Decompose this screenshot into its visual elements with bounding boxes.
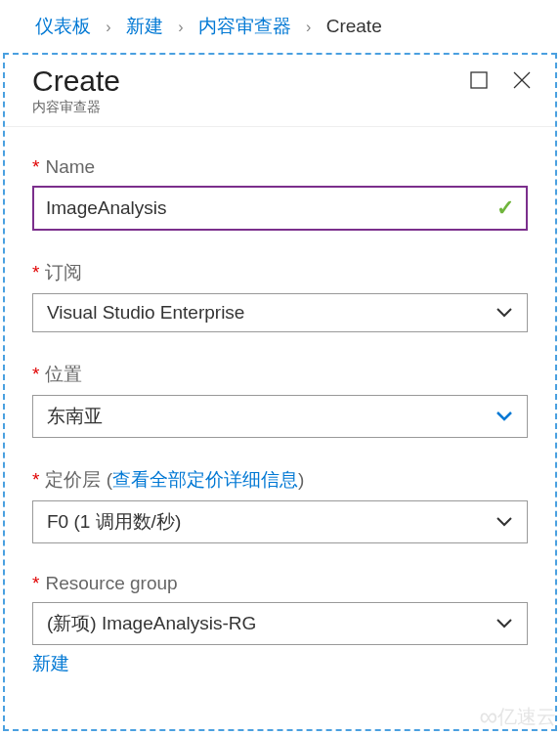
resource-group-value: (新项) ImageAnalysis-RG: [47, 611, 256, 636]
field-location: *位置 东南亚: [32, 362, 528, 438]
name-label: *Name: [32, 156, 528, 178]
chevron-down-icon: [495, 618, 513, 629]
required-indicator: *: [32, 573, 39, 593]
resource-group-select[interactable]: (新项) ImageAnalysis-RG: [32, 602, 528, 645]
name-label-text: Name: [45, 156, 95, 177]
breadcrumb-item-content-moderator[interactable]: 内容审查器: [198, 16, 291, 36]
location-label-text: 位置: [45, 364, 82, 384]
chevron-down-icon: [495, 516, 513, 528]
pricing-label-text: 定价层: [45, 469, 101, 490]
required-indicator: *: [32, 156, 39, 177]
breadcrumb: 仪表板 › 新建 › 内容审查器 › Create: [0, 0, 560, 53]
field-resource-group: *Resource group (新项) ImageAnalysis-RG 新建: [32, 573, 528, 676]
chevron-down-icon: [495, 411, 513, 422]
subscription-select[interactable]: Visual Studio Enterprise: [32, 293, 528, 332]
pricing-label: *定价层 (查看全部定价详细信息): [32, 467, 528, 493]
svg-rect-0: [471, 72, 487, 88]
page-title: Create: [32, 65, 120, 97]
panel-title-group: Create 内容审查器: [32, 65, 120, 116]
location-label: *位置: [32, 362, 528, 387]
pricing-details-link[interactable]: 查看全部定价详细信息: [112, 469, 298, 490]
breadcrumb-separator: ›: [178, 19, 183, 35]
name-input-wrap[interactable]: ✓: [32, 186, 528, 231]
pricing-value: F0 (1 调用数/秒): [47, 509, 181, 535]
required-indicator: *: [32, 262, 39, 282]
panel-header: Create 内容审查器: [5, 55, 555, 127]
pricing-select[interactable]: F0 (1 调用数/秒): [32, 500, 528, 543]
check-icon: ✓: [496, 195, 514, 221]
create-form: *Name ✓ *订阅 Visual Studio Enterprise *位置…: [5, 127, 555, 676]
required-indicator: *: [32, 469, 39, 490]
chevron-down-icon: [495, 307, 513, 319]
location-value: 东南亚: [47, 404, 103, 429]
field-subscription: *订阅 Visual Studio Enterprise: [32, 260, 528, 332]
page-subtitle: 内容审查器: [32, 99, 120, 116]
location-select[interactable]: 东南亚: [32, 395, 528, 438]
new-resource-group-link[interactable]: 新建: [32, 651, 69, 676]
breadcrumb-item-new[interactable]: 新建: [126, 16, 163, 36]
close-icon[interactable]: [512, 70, 532, 90]
breadcrumb-separator: ›: [306, 19, 311, 35]
breadcrumb-item-current: Create: [326, 16, 382, 36]
panel-controls: [469, 65, 532, 90]
subscription-label-text: 订阅: [45, 262, 82, 282]
maximize-icon[interactable]: [469, 70, 489, 90]
field-pricing: *定价层 (查看全部定价详细信息) F0 (1 调用数/秒): [32, 467, 528, 543]
name-input[interactable]: [46, 197, 496, 219]
breadcrumb-item-dashboard[interactable]: 仪表板: [35, 16, 91, 36]
create-panel: Create 内容审查器 *Name ✓ *订阅: [3, 53, 557, 731]
subscription-value: Visual Studio Enterprise: [47, 302, 244, 324]
resource-group-label-text: Resource group: [45, 573, 177, 593]
resource-group-label: *Resource group: [32, 573, 528, 594]
subscription-label: *订阅: [32, 260, 528, 285]
field-name: *Name ✓: [32, 156, 528, 231]
breadcrumb-separator: ›: [106, 19, 110, 35]
required-indicator: *: [32, 364, 39, 384]
